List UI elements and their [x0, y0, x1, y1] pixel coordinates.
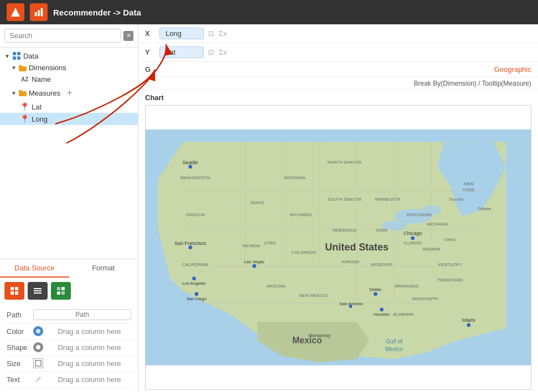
breakby-text: Break By(Dimension) / Tooltip(Measure) — [413, 80, 531, 87]
y-sigma-icon[interactable]: Σx — [219, 48, 227, 56]
tree-item-dimensions[interactable]: ▼ Dimensions — [0, 62, 138, 74]
svg-rect-15 — [15, 291, 18, 295]
field-row-path: Path — [4, 306, 133, 323]
toolbar-icon-3 — [56, 286, 66, 296]
breakby-row: Break By(Dimension) / Tooltip(Measure) — [138, 77, 538, 90]
data-tree: ▼ Data ▼ Dimensions AZ — [0, 48, 138, 259]
tree-item-data[interactable]: ▼ Data — [0, 50, 138, 62]
topbar: Recommender -> Data — [0, 0, 538, 24]
svg-text:Los Angeles: Los Angeles — [182, 281, 206, 286]
y-edit-icon[interactable]: ⊡ — [208, 48, 214, 56]
tab-data-source[interactable]: Data Source — [0, 259, 69, 278]
svg-text:MINNESOTA: MINNESOTA — [375, 197, 401, 202]
tree-item-name[interactable]: AZ Name — [0, 74, 138, 85]
size-drop-target[interactable]: Drag a column here — [48, 359, 131, 368]
chart-icon[interactable] — [30, 3, 48, 21]
svg-rect-1 — [35, 12, 37, 16]
dimensions-label: Dimensions — [29, 64, 66, 72]
svg-text:KANSAS: KANSAS — [342, 259, 360, 264]
right-panel: X Long ⊡ Σx Y Lat ⊡ Σx G Geographic Brea… — [138, 24, 538, 392]
size-box-icon — [35, 360, 42, 367]
pencil-icon — [33, 374, 43, 384]
path-input[interactable] — [33, 309, 131, 320]
svg-text:TENNESSEE: TENNESSEE — [437, 278, 463, 283]
svg-point-91 — [374, 292, 377, 296]
toolbar-btn-2[interactable] — [28, 282, 48, 300]
grid-icon — [12, 51, 21, 60]
map-svg: WASHINGTON OREGON CALIFORNIA NEVADA IDAH… — [146, 106, 531, 389]
svg-text:MONTANA: MONTANA — [284, 175, 306, 180]
svg-rect-16 — [34, 288, 42, 289]
toolbar-icons — [0, 278, 138, 302]
fields-section: Path Color Drag a column here Shape — [0, 302, 138, 392]
svg-text:MISSISSIPPI: MISSISSIPPI — [412, 296, 438, 301]
svg-point-93 — [380, 307, 384, 311]
text-label: Text — [7, 375, 29, 384]
color-label: Color — [7, 327, 29, 336]
svg-text:Seattle: Seattle — [183, 160, 198, 165]
search-clear-button[interactable]: ✕ — [123, 31, 133, 41]
field-row-size: Size Drag a column here — [4, 356, 133, 372]
tab-format[interactable]: Format — [69, 259, 138, 278]
svg-text:Las Vegas: Las Vegas — [244, 259, 265, 264]
shape-icon — [33, 342, 43, 352]
measures-arrow: ▼ — [11, 90, 17, 96]
text-drop-target[interactable]: Drag a column here — [48, 375, 131, 384]
svg-rect-21 — [57, 291, 60, 295]
add-measure-button[interactable]: + — [63, 87, 76, 99]
map-container: WASHINGTON OREGON CALIFORNIA NEVADA IDAH… — [145, 105, 531, 390]
svg-text:NEW MEXICO: NEW MEXICO — [299, 293, 327, 298]
svg-rect-9 — [19, 65, 22, 67]
name-label: Name — [32, 75, 51, 83]
svg-text:Dallas: Dallas — [369, 287, 381, 292]
toolbar-btn-1[interactable] — [4, 282, 24, 300]
g-label: G — [145, 65, 155, 74]
svg-rect-14 — [11, 291, 14, 295]
field-row-color: Color Drag a column here — [4, 323, 133, 339]
tree-item-long[interactable]: 📍 Long — [0, 113, 138, 125]
svg-text:MICHIGAN: MICHIGAN — [427, 222, 449, 227]
svg-text:INDIANA: INDIANA — [422, 247, 441, 252]
x-edit-icon[interactable]: ⊡ — [208, 29, 214, 38]
svg-rect-17 — [34, 290, 42, 291]
path-label: Path — [7, 311, 29, 319]
svg-rect-19 — [57, 287, 60, 290]
svg-text:COLORADO: COLORADO — [292, 250, 317, 255]
bottom-panel: Data Source Format — [0, 259, 138, 392]
tree-item-lat[interactable]: 📍 Lat — [0, 101, 138, 113]
search-input[interactable] — [4, 29, 121, 43]
svg-text:Houston: Houston — [374, 312, 390, 317]
svg-text:ILLINOIS: ILLINOIS — [404, 241, 422, 245]
size-label: Size — [7, 359, 29, 368]
svg-text:Toronto: Toronto — [449, 197, 464, 202]
chart-area: WASHINGTON OREGON CALIFORNIA NEVADA IDAH… — [138, 103, 538, 392]
svg-text:Monterrey: Monterrey — [308, 333, 331, 338]
svg-text:IDAHO: IDAHO — [251, 200, 265, 205]
svg-text:NEVADA: NEVADA — [242, 244, 260, 249]
x-sigma-icon[interactable]: Σx — [219, 29, 227, 38]
svg-text:San Antonio: San Antonio — [339, 301, 363, 306]
color-drop-target[interactable]: Drag a column here — [48, 327, 131, 336]
main-layout: ✕ ▼ Data ▼ Dim — [0, 24, 538, 392]
circle-icon — [35, 344, 41, 350]
geographic-link[interactable]: Geographic — [494, 65, 531, 74]
svg-text:WYOMING: WYOMING — [290, 212, 312, 217]
svg-rect-20 — [61, 287, 65, 290]
svg-text:Miami: Miami — [462, 317, 475, 323]
x-value[interactable]: Long — [159, 28, 204, 39]
svg-rect-6 — [13, 56, 16, 60]
color-icon — [33, 326, 43, 336]
location-icon-lat: 📍 — [20, 102, 29, 111]
toolbar-btn-3[interactable] — [51, 282, 71, 300]
logo-icon — [7, 3, 24, 21]
toolbar-icon-2 — [33, 286, 43, 296]
data-label: Data — [23, 52, 38, 60]
measures-folder-icon — [19, 89, 27, 97]
svg-text:IOWA: IOWA — [376, 228, 387, 233]
svg-text:ALABAMA: ALABAMA — [393, 312, 414, 317]
y-value[interactable]: Lat — [159, 46, 204, 58]
shape-drop-target[interactable]: Drag a column here — [48, 343, 131, 352]
svg-rect-18 — [34, 292, 42, 294]
toolbar-icon-1 — [9, 286, 19, 296]
tree-item-measures[interactable]: ▼ Measures + — [0, 85, 138, 101]
